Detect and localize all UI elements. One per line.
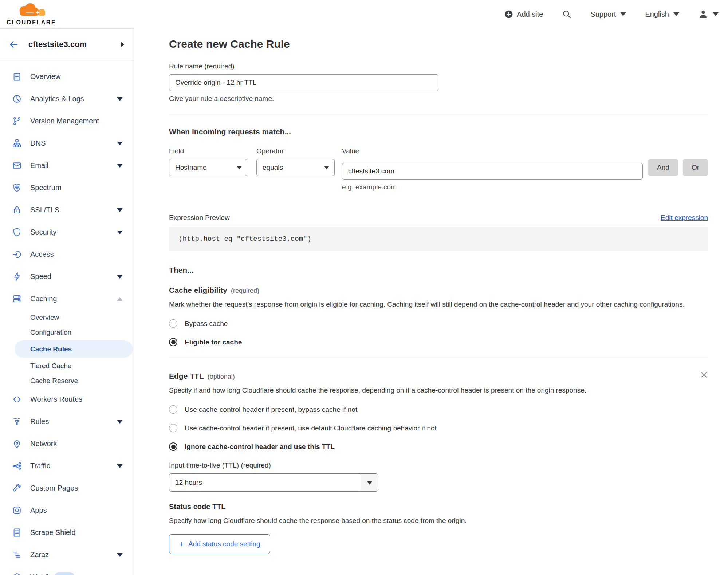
sidebar-item-speed[interactable]: Speed: [0, 265, 134, 288]
sidebar-item-dns[interactable]: DNS: [0, 132, 134, 154]
sidebar-item-label: DNS: [30, 139, 46, 147]
sidebar-item-rules[interactable]: Rules: [0, 410, 134, 433]
sidebar-item-label: Apps: [30, 506, 47, 515]
sidebar-item-caching[interactable]: Caching: [0, 288, 134, 310]
rule-name-label: Rule name (required): [169, 62, 708, 71]
clipboard-icon: [12, 72, 24, 82]
login-arrow-icon: [12, 249, 24, 259]
value-label: Value: [342, 147, 643, 155]
sidebar-item-access[interactable]: Access: [0, 243, 134, 265]
sidebar-item-custom-pages[interactable]: Custom Pages: [0, 477, 134, 499]
cloudflare-logo[interactable]: CLOUDFLARE: [7, 3, 56, 26]
sidebar-subitem-configuration[interactable]: Configuration: [0, 325, 134, 340]
rule-name-group: Rule name (required) Give your rule a de…: [169, 62, 708, 103]
ttl-select-dropdown-button[interactable]: [361, 474, 378, 491]
expression-code-block: (http.host eq "cftestsite3.com"): [169, 227, 708, 251]
radio-selected-icon[interactable]: [169, 442, 177, 451]
then-heading: Then...: [169, 265, 708, 275]
sidebar-subitem-label: Cache Rules: [30, 345, 72, 353]
close-icon[interactable]: [700, 371, 708, 379]
sidebar-subitem-cache-reserve[interactable]: Cache Reserve: [0, 373, 134, 388]
value-help: e.g. example.com: [342, 183, 643, 191]
sidebar-item-label: Version Management: [30, 117, 99, 125]
ttl-select[interactable]: 12 hours: [169, 473, 378, 492]
andor-buttons: And Or: [648, 147, 708, 176]
sidebar-subitem-cache-rules[interactable]: Cache Rules: [15, 340, 133, 358]
sidebar-item-version-management[interactable]: Version Management: [0, 110, 134, 132]
sidebar-item-label: Caching: [30, 295, 57, 303]
radio-unselected-icon[interactable]: [169, 405, 177, 414]
sidebar-item-network[interactable]: Network: [0, 433, 134, 455]
match-heading: When incoming requests match...: [169, 127, 708, 137]
wrench-icon: [12, 483, 24, 493]
account-menu[interactable]: [698, 9, 719, 19]
language-label: English: [645, 10, 669, 19]
radio-option-bypass-cache[interactable]: Bypass cache: [169, 319, 708, 328]
radio-selected-icon[interactable]: [169, 338, 177, 346]
status-code-ttl-heading: Status code TTL: [169, 503, 708, 511]
ttl-select-value: 12 hours: [169, 474, 361, 491]
and-button[interactable]: And: [648, 159, 678, 176]
sidebar-item-analytics-logs[interactable]: Analytics & Logs: [0, 88, 134, 110]
header-actions: Add site Support English: [504, 9, 719, 19]
sidebar-item-label: Spectrum: [30, 184, 62, 192]
radio-option-use-cache-control-header-if-present-use-[interactable]: Use cache-control header if present, use…: [169, 424, 708, 432]
or-button[interactable]: Or: [683, 159, 708, 176]
lightning-bolt-icon: [12, 272, 24, 281]
sidebar-item-workers-routes[interactable]: Workers Routes: [0, 388, 134, 410]
add-status-code-setting-button[interactable]: + Add status code setting: [169, 534, 270, 554]
shield-spectrum-icon: [12, 183, 24, 193]
sidebar-subitem-tiered-cache[interactable]: Tiered Cache: [0, 358, 134, 373]
chevron-down-icon: [673, 12, 679, 16]
edge-ttl-options: Use cache-control header if present, byp…: [169, 405, 708, 451]
sidebar-item-email[interactable]: Email: [0, 154, 134, 177]
search-icon[interactable]: [562, 9, 571, 19]
sidebar-item-overview[interactable]: Overview: [0, 66, 134, 88]
server-stack-icon: [12, 294, 24, 304]
rule-name-input[interactable]: [169, 74, 438, 91]
radio-unselected-icon[interactable]: [169, 319, 177, 328]
language-menu[interactable]: English: [645, 10, 679, 19]
edit-expression-link[interactable]: Edit expression: [661, 214, 708, 222]
support-menu[interactable]: Support: [590, 10, 626, 19]
sidebar-item-security[interactable]: Security: [0, 221, 134, 243]
chevron-down-icon: [620, 12, 626, 16]
radio-option-eligible-for-cache[interactable]: Eligible for cache: [169, 338, 708, 346]
expression-code: (http.host eq "cftestsite3.com"): [178, 235, 311, 243]
radio-unselected-icon[interactable]: [169, 424, 177, 432]
radio-option-ignore-cache-control-header-and-use-this[interactable]: Ignore cache-control header and use this…: [169, 442, 708, 451]
sidebar-item-spectrum[interactable]: Spectrum: [0, 177, 134, 199]
radio-option-use-cache-control-header-if-present-bypa[interactable]: Use cache-control header if present, byp…: [169, 405, 708, 414]
cache-eligibility-description: Mark whether the request's response from…: [169, 299, 708, 310]
back-arrow-icon[interactable]: [9, 39, 19, 50]
chevron-down-icon: [367, 481, 373, 485]
sidebar-item-label: Network: [30, 440, 57, 448]
pie-chart-icon: [12, 94, 24, 104]
cache-eligibility-heading: Cache eligibility: [169, 286, 227, 295]
code-brackets-icon: [12, 394, 24, 404]
app-square-icon: [12, 505, 24, 515]
sidebar-item-label: Traffic: [30, 462, 50, 470]
sidebar-item-web3[interactable]: Web3New: [0, 566, 134, 575]
sidebar-item-label: Workers Routes: [30, 395, 82, 403]
share-nodes-icon: [12, 461, 24, 471]
optional-note: (optional): [208, 373, 235, 381]
sidebar-item-traffic[interactable]: Traffic: [0, 455, 134, 477]
expression-preview-label: Expression Preview: [169, 214, 230, 222]
sidebar-item-ssl-tls[interactable]: SSL/TLS: [0, 199, 134, 221]
sidebar-item-scrape-shield[interactable]: Scrape Shield: [0, 521, 134, 544]
chevron-right-icon[interactable]: [121, 42, 124, 47]
sidebar-subitem-label: Configuration: [30, 328, 71, 336]
add-status-code-setting-label: Add status code setting: [188, 540, 260, 548]
site-header: cftestsite3.com: [0, 29, 134, 60]
stacked-bars-icon: [12, 550, 24, 560]
sidebar-item-zaraz[interactable]: Zaraz: [0, 544, 134, 566]
sidebar-subitem-overview[interactable]: Overview: [0, 310, 134, 325]
field-column: Field Hostname: [169, 147, 247, 176]
filter-funnel-icon: [12, 417, 24, 426]
operator-select[interactable]: equals: [256, 159, 335, 176]
sidebar-item-apps[interactable]: Apps: [0, 499, 134, 521]
field-select[interactable]: Hostname: [169, 159, 247, 176]
value-input[interactable]: [342, 163, 643, 180]
add-site-button[interactable]: Add site: [504, 10, 543, 19]
